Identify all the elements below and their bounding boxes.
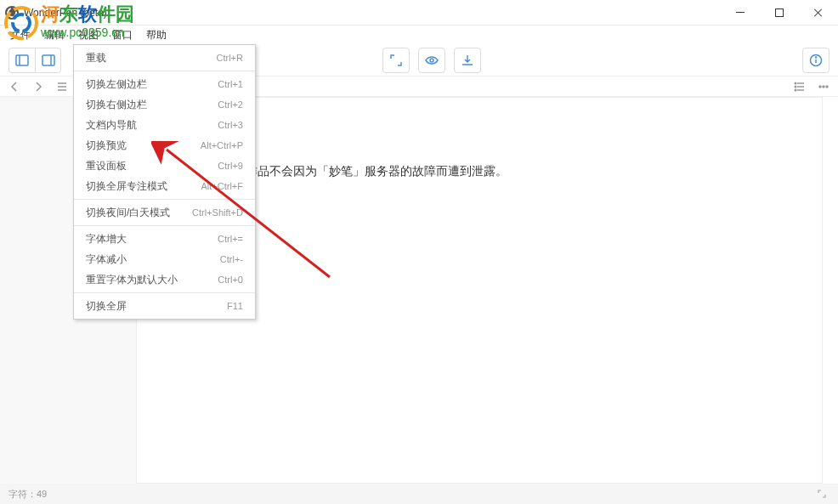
menu-font-reset[interactable]: 重置字体为默认大小Ctrl+0 <box>74 269 255 290</box>
menu-help[interactable]: 帮助 <box>139 25 173 44</box>
minimize-button[interactable] <box>721 0 760 25</box>
menu-file[interactable]: 文件 <box>3 25 37 44</box>
menu-toggle-preview[interactable]: 切换预览Alt+Ctrl+P <box>74 135 255 156</box>
svg-point-6 <box>430 59 433 62</box>
menu-separator <box>74 292 255 293</box>
menu-reset-panels[interactable]: 重设面板Ctrl+9 <box>74 156 255 176</box>
download-button[interactable] <box>455 48 480 72</box>
list-icon[interactable] <box>790 78 809 95</box>
menu-doc-nav[interactable]: 文档内导航Ctrl+3 <box>74 115 255 135</box>
svg-point-19 <box>819 86 821 88</box>
svg-point-20 <box>823 86 824 88</box>
menu-separator <box>74 225 255 226</box>
left-panel-toggle-button[interactable] <box>9 48 35 72</box>
menu-toggle-night-day[interactable]: 切换夜间/白天模式Ctrl+Shift+D <box>74 202 255 223</box>
svg-rect-2 <box>16 55 28 65</box>
menu-toggle-focus-fullscreen[interactable]: 切换全屏专注模式Alt+Ctrl+F <box>74 176 255 196</box>
close-button[interactable] <box>799 0 838 25</box>
svg-point-9 <box>816 57 817 58</box>
statusbar: 字符： 49 <box>0 484 838 504</box>
svg-point-21 <box>826 86 828 88</box>
outline-button[interactable] <box>53 78 71 95</box>
maximize-button[interactable] <box>760 0 799 25</box>
menu-view[interactable]: 视图 <box>71 25 105 44</box>
info-button[interactable] <box>803 48 829 72</box>
nav-forward-button[interactable] <box>29 78 48 95</box>
menu-reload[interactable]: 重载Ctrl+R <box>74 48 255 68</box>
menu-font-decrease[interactable]: 字体减小Ctrl+- <box>74 249 255 269</box>
char-count-label: 字符： <box>8 488 37 501</box>
status-expand-icon[interactable] <box>814 486 830 501</box>
svg-rect-4 <box>42 55 54 65</box>
char-count-value: 49 <box>37 489 47 499</box>
svg-point-17 <box>795 86 796 88</box>
preview-eye-button[interactable] <box>419 48 444 72</box>
svg-point-18 <box>795 89 796 91</box>
nav-back-button[interactable] <box>5 78 24 95</box>
window-title: WonderPen (beta) <box>24 7 721 19</box>
view-dropdown-menu: 重载Ctrl+R 切换左侧边栏Ctrl+1 切换右侧边栏Ctrl+2 文档内导航… <box>73 44 256 320</box>
menu-window[interactable]: 窗口 <box>105 25 139 44</box>
menu-font-increase[interactable]: 字体增大Ctrl+= <box>74 229 255 249</box>
menu-toggle-left-sidebar[interactable]: 切换左侧边栏Ctrl+1 <box>74 74 255 94</box>
menu-separator <box>74 199 255 200</box>
menu-separator <box>74 71 255 71</box>
more-icon[interactable] <box>814 78 833 95</box>
right-panel-toggle-button[interactable] <box>35 48 60 72</box>
menu-toggle-right-sidebar[interactable]: 切换右侧边栏Ctrl+2 <box>74 94 255 115</box>
svg-point-16 <box>795 82 796 84</box>
menu-edit[interactable]: 编辑 <box>37 25 71 44</box>
menu-toggle-fullscreen[interactable]: 切换全屏F11 <box>74 296 255 316</box>
titlebar: WonderPen (beta) <box>0 0 838 25</box>
app-icon <box>5 6 19 20</box>
menubar: 文件 编辑 视图 窗口 帮助 <box>0 25 838 44</box>
fullscreen-button[interactable] <box>383 48 409 72</box>
